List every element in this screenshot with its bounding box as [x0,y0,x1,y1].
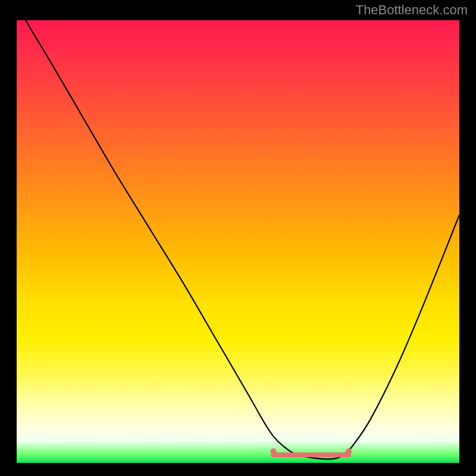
optimal-zone-end-dot [346,449,352,455]
attribution-text: TheBottleneck.com [356,2,468,18]
chart-svg [17,20,459,463]
plot-area [17,20,459,463]
bottleneck-curve [26,20,459,459]
optimal-zone-start-dot [271,449,277,455]
